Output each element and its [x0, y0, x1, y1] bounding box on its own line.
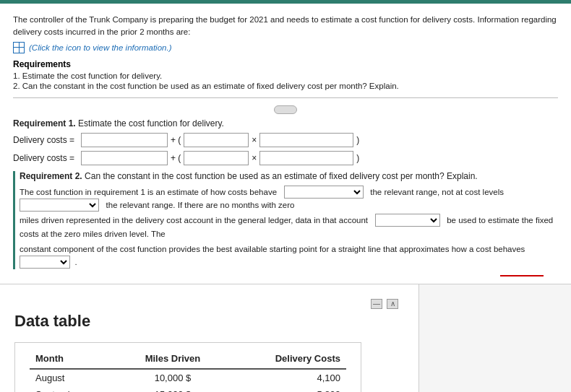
- minimize-bar: — ∧: [14, 296, 404, 312]
- formula2-main-input[interactable]: [81, 151, 168, 165]
- req2-line3-text: constant component of the cost function …: [20, 245, 525, 253]
- red-underline: [500, 275, 544, 276]
- right-panel: [419, 284, 571, 392]
- divider: [13, 97, 558, 98]
- data-table-title: Data table: [14, 312, 404, 331]
- multiply-sign-2: ×: [252, 153, 257, 163]
- col-header-month: Month: [30, 350, 120, 369]
- req2-label: Requirement 2. Can the constant in the c…: [20, 171, 558, 181]
- click-icon-text[interactable]: (Click the icon to view the information.…: [29, 43, 172, 52]
- requirement2-section: Requirement 2. Can the constant in the c…: [13, 171, 558, 269]
- close-paren-2: ): [356, 153, 359, 163]
- intro-text: The controller of the Trunk Company is p…: [13, 14, 558, 39]
- grid-cell: [14, 43, 19, 48]
- restore-button[interactable]: ∧: [387, 299, 398, 309]
- plus-sign-1: + (: [171, 135, 181, 145]
- table-header-row: Month Miles Driven Delivery Costs: [30, 350, 346, 369]
- req2-select3[interactable]: cannot can: [375, 214, 440, 227]
- cell-miles-september: 15,000 $: [120, 386, 226, 392]
- formula-row-1: Delivery costs = + ( × ): [13, 133, 558, 147]
- formula2-right-input[interactable]: [259, 151, 353, 165]
- col-header-costs: Delivery Costs: [226, 350, 346, 369]
- table-row: September 15,000 $ 5,800: [30, 386, 346, 392]
- table-row: August 10,000 $ 4,100: [30, 369, 346, 386]
- req2-text-block: The cost function in requirement 1 is an…: [20, 186, 558, 269]
- data-table-container: Month Miles Driven Delivery Costs August…: [14, 342, 361, 392]
- requirements-section: Requirements 1. Estimate the cost functi…: [13, 59, 558, 90]
- req2-line3: constant component of the cost function …: [20, 243, 558, 269]
- main-problem-section: The controller of the Trunk Company is p…: [0, 4, 571, 284]
- requirement-item-1: 1. Estimate the cost function for delive…: [13, 71, 558, 80]
- req2-line2-start: miles driven represented in the delivery…: [20, 216, 368, 225]
- req2-line1-start: The cost function in requirement 1 is an…: [20, 188, 277, 196]
- req2-line1: The cost function in requirement 1 is an…: [20, 186, 558, 212]
- close-paren-1: ): [356, 135, 359, 145]
- minimize-button[interactable]: —: [371, 299, 382, 309]
- req2-select2[interactable]: within outside: [20, 199, 99, 212]
- req2-line1-end: the relevant range. If there are no mont…: [106, 201, 295, 209]
- cell-costs-september: 5,800: [226, 386, 346, 392]
- grid-icon[interactable]: [13, 42, 25, 53]
- req2-line2: miles driven represented in the delivery…: [20, 214, 558, 240]
- req2-select4[interactable]: within outside: [20, 256, 70, 269]
- req2-select1[interactable]: within outside: [284, 186, 364, 199]
- cell-miles-august: 10,000 $: [120, 369, 226, 386]
- click-icon-row: (Click the icon to view the information.…: [13, 42, 558, 53]
- cell-month-september: September: [30, 386, 120, 392]
- requirement1-section: Requirement 1. Estimate the cost functio…: [13, 118, 558, 165]
- requirement-item-2: 2. Can the constant in the cost function…: [13, 82, 558, 90]
- grid-cell: [20, 43, 25, 48]
- expand-button-row: [13, 105, 558, 114]
- formula2-label: Delivery costs =: [13, 153, 78, 163]
- left-panel: — ∧ Data table Month Miles Driven Delive…: [0, 284, 419, 392]
- grid-cell: [14, 48, 19, 53]
- expand-oval-button[interactable]: [274, 105, 297, 114]
- formula-row-2: Delivery costs = + ( × ): [13, 151, 558, 165]
- col-header-miles: Miles Driven: [120, 350, 226, 369]
- req2-line1-mid: the relevant range, not at cost levels: [370, 188, 504, 196]
- cell-month-august: August: [30, 369, 120, 386]
- multiply-sign-1: ×: [252, 135, 257, 145]
- req1-label: Requirement 1. Estimate the cost functio…: [13, 118, 558, 129]
- data-table-section: — ∧ Data table Month Miles Driven Delive…: [0, 284, 418, 392]
- data-table: Month Miles Driven Delivery Costs August…: [30, 350, 346, 392]
- cell-costs-august: 4,100: [226, 369, 346, 386]
- plus-sign-2: + (: [171, 153, 181, 163]
- formula1-label: Delivery costs =: [13, 135, 78, 145]
- requirements-title: Requirements: [13, 59, 558, 69]
- formula1-right-input[interactable]: [259, 133, 353, 147]
- formula1-main-input[interactable]: [81, 133, 168, 147]
- red-line-area: [13, 275, 558, 276]
- formula1-small-input[interactable]: [184, 133, 249, 147]
- formula2-small-input[interactable]: [184, 151, 249, 165]
- grid-cell: [20, 48, 25, 53]
- bottom-area: — ∧ Data table Month Miles Driven Delive…: [0, 284, 571, 392]
